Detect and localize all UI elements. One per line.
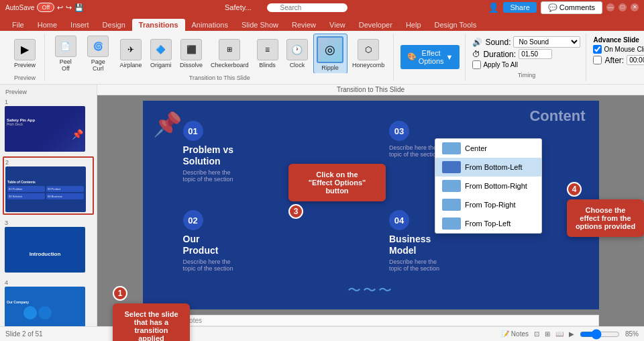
filename: Safety... xyxy=(225,3,252,11)
transition-peel-off[interactable]: 📄 Peel Off xyxy=(52,34,80,73)
slide-info: Slide 2 of 51 xyxy=(5,330,43,338)
slide-item-1[interactable]: 1 Safety Pin App Pitch Deck 📌 xyxy=(3,97,94,154)
tab-home[interactable]: Home xyxy=(31,19,64,31)
preview-button[interactable]: ▶ Preview xyxy=(11,37,39,70)
zoom-slider[interactable] xyxy=(580,329,620,340)
tab-transitions[interactable]: Transitions xyxy=(132,19,185,31)
from-top-left-icon xyxy=(442,217,461,230)
duration-icon: ⏱ xyxy=(472,50,480,59)
annotation-circle-3: 3 xyxy=(288,204,303,219)
slide-item-2[interactable]: 2 Table of Contents 01 Problem 03 Produc… xyxy=(3,156,94,215)
slide-thumb-1: Safety Pin App Pitch Deck 📌 xyxy=(5,106,85,152)
title-bar: AutoSave Off ↩ ↪ 💾 Safety... 👤 Share 💬 C… xyxy=(0,0,644,15)
dropdown-item-from-bottom-right[interactable]: From Bottom-Right xyxy=(435,177,541,195)
dissolve-icon: ⬛ xyxy=(180,39,202,60)
transition-blinds[interactable]: ≡ Blinds xyxy=(254,37,281,70)
after-checkbox[interactable] xyxy=(593,56,602,64)
view-normal-icon[interactable]: ⊡ xyxy=(534,330,539,338)
transition-dissolve[interactable]: ⬛ Dissolve xyxy=(176,37,205,70)
effect-options-button[interactable]: 🎨 Effect Options ▼ xyxy=(400,45,460,69)
effects-group-label: Transition to This Slide xyxy=(189,73,250,81)
tab-animations[interactable]: Animations xyxy=(185,19,235,31)
checkerboard-icon: ⊞ xyxy=(219,39,240,60)
transition-page-curl[interactable]: 🌀 Page Curl xyxy=(82,34,115,73)
save-icon[interactable]: 💾 xyxy=(74,3,84,12)
annotation-circle-1: 1 xyxy=(113,286,127,301)
view-presenter-icon[interactable]: ▶ xyxy=(569,330,574,338)
tab-developer[interactable]: Developer xyxy=(352,19,399,31)
slide-thumb-4: Our Company xyxy=(5,287,85,326)
honeycomb-icon: ⬡ xyxy=(358,39,379,60)
slide-item-3[interactable]: 3 Introduction xyxy=(3,217,94,275)
tab-insert[interactable]: Insert xyxy=(64,19,96,31)
ribbon-group-effects: 📄 Peel Off 🌀 Page Curl ✈ Airplane 🔷 Orig… xyxy=(46,34,394,81)
num-03: 03 xyxy=(389,121,409,141)
slide-thumb-3: Introduction xyxy=(5,227,85,273)
dropdown-label-center: Center xyxy=(465,144,487,152)
section-02: 02 OurProduct Describe here thetopic of … xyxy=(183,210,380,289)
tab-design[interactable]: Design xyxy=(96,19,132,31)
dropdown-item-center[interactable]: Center xyxy=(435,139,541,158)
apply-all-checkbox[interactable] xyxy=(472,60,481,69)
preview-label: Preview xyxy=(14,62,36,68)
share-button[interactable]: Share xyxy=(503,2,536,13)
tab-file[interactable]: File xyxy=(5,19,31,31)
view-reading-icon[interactable]: 📖 xyxy=(555,330,564,338)
transition-checkerboard[interactable]: ⊞ Checkerboard xyxy=(208,37,252,70)
close-button[interactable]: ✕ xyxy=(631,3,639,11)
tab-slideshow[interactable]: Slide Show xyxy=(235,19,285,31)
ribbon-tabs: File Home Insert Design Transitions Anim… xyxy=(0,15,644,31)
effect-options-dropdown: Center From Bottom-Left From Bottom-Righ… xyxy=(435,138,542,234)
slide-num-4: 4 xyxy=(5,279,92,286)
wave-decoration: 〜〜〜 xyxy=(347,281,394,299)
autosave-toggle[interactable]: Off xyxy=(37,3,54,12)
duration-row: ⏱ Duration: xyxy=(472,49,580,59)
slide-panel[interactable]: Preview 1 Safety Pin App Pitch Deck 📌 2 … xyxy=(0,85,97,326)
airplane-icon: ✈ xyxy=(120,39,142,60)
transition-airplane[interactable]: ✈ Airplane xyxy=(117,37,145,70)
search-input[interactable] xyxy=(267,3,347,12)
add-notes-bar[interactable]: Click to add notes xyxy=(143,315,599,326)
title-bar-right: 👤 Share 💬 Comments — □ ✕ xyxy=(488,1,639,14)
ribbon-toolbar: ▶ Preview Preview 📄 Peel Off 🌀 Page Curl… xyxy=(0,31,644,85)
transition-origami[interactable]: 🔷 Origami xyxy=(147,37,174,70)
num-04: 04 xyxy=(389,210,409,230)
duration-input[interactable] xyxy=(519,49,552,59)
dropdown-label-from-bottom-right: From Bottom-Right xyxy=(465,182,527,190)
apply-all-row: Apply To All xyxy=(472,60,580,69)
mouse-click-row: On Mouse Click xyxy=(593,45,644,54)
ribbon-group-advance: Advance Slide On Mouse Click After: xyxy=(588,34,644,81)
notes-button[interactable]: 📝 Notes xyxy=(501,330,529,338)
view-slide-sorter-icon[interactable]: ⊞ xyxy=(545,330,550,338)
minimize-button[interactable]: — xyxy=(606,3,614,11)
tab-designtools[interactable]: Design Tools xyxy=(428,19,484,31)
desc-02: Describe here thetopic of the section xyxy=(183,258,380,272)
dropdown-label-from-bottom-left: From Bottom-Left xyxy=(465,163,523,171)
transition-honeycomb[interactable]: ⬡ Honeycomb xyxy=(350,37,388,70)
dropdown-item-from-top-left[interactable]: From Top-Left xyxy=(435,214,541,233)
annotation-3: Click on the"Effect Options"button 3 xyxy=(288,164,386,219)
maximize-button[interactable]: □ xyxy=(619,3,627,11)
transition-clock[interactable]: 🕐 Clock xyxy=(283,37,311,70)
dropdown-item-from-top-right[interactable]: From Top-Right xyxy=(435,195,541,214)
tab-help[interactable]: Help xyxy=(399,19,428,31)
dropdown-label-from-top-right: From Top-Right xyxy=(465,201,516,209)
transition-ripple[interactable]: ◎ Ripple xyxy=(313,34,347,73)
after-input[interactable] xyxy=(627,55,644,65)
mouse-click-checkbox[interactable] xyxy=(593,45,602,54)
preview-panel-label: Preview xyxy=(3,87,94,97)
duration-label: Duration: xyxy=(483,50,516,59)
ribbon-group-effect-options: 🎨 Effect Options ▼ xyxy=(395,34,466,81)
tab-review[interactable]: Review xyxy=(285,19,323,31)
comments-button[interactable]: 💬 Comments xyxy=(541,1,602,14)
redo-icon[interactable]: ↪ xyxy=(66,3,72,12)
from-bottom-left-icon xyxy=(442,161,461,173)
dropdown-item-from-bottom-left[interactable]: From Bottom-Left xyxy=(435,158,541,177)
sound-select[interactable]: No Sound xyxy=(513,36,580,48)
title-04: BusinessModel xyxy=(389,234,586,256)
slide-item-4[interactable]: 4 Our Company xyxy=(3,277,94,326)
clock-icon: 🕐 xyxy=(286,39,308,60)
tab-view[interactable]: View xyxy=(323,19,352,31)
undo-icon[interactable]: ↩ xyxy=(57,3,63,12)
annotation-circle-4: 4 xyxy=(567,182,582,197)
